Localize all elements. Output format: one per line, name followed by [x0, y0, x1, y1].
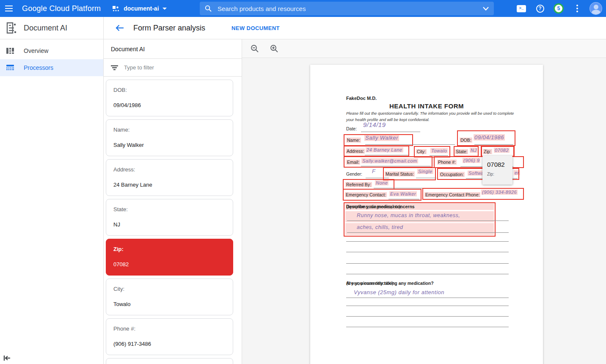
doc-instructions-2: your health profile and will be kept con…: [346, 117, 430, 122]
field-label: Phone #:: [113, 325, 226, 332]
avatar: [589, 2, 602, 15]
document-viewer: FakeDoc M.D. HEALTH INTAKE FORM Please f…: [242, 39, 606, 364]
document-ai-icon: [6, 22, 17, 34]
tooltip-value: 07082: [487, 161, 505, 168]
search-icon: [205, 5, 212, 12]
zoom-out-icon: [251, 44, 259, 53]
app-title-block: Document AI: [0, 17, 104, 39]
new-document-button[interactable]: NEW DOCUMENT: [231, 25, 280, 31]
processors-icon: [6, 64, 14, 72]
global-search[interactable]: [200, 2, 494, 15]
field-card-zip-selected[interactable]: Zip: 07082: [106, 239, 233, 276]
field-value: 07082: [113, 261, 226, 267]
overview-icon: [6, 47, 14, 55]
field-card-dob[interactable]: DOB: 09/04/1986: [106, 80, 233, 116]
extracted-fields-panel: Document AI DOB: 09/04/1986 Name: Sally …: [104, 39, 242, 364]
kebab-icon: [576, 5, 578, 12]
terminal-icon: >_: [517, 5, 526, 12]
search-chevron-down-icon[interactable]: [483, 7, 489, 11]
filter-bar: [104, 59, 242, 77]
filter-icon: [111, 65, 118, 70]
medical-concerns-handwriting-1: Runny nose, mucas in throat, weakness,: [357, 212, 460, 218]
field-label: Name:: [113, 127, 226, 133]
date-handwriting: 9/14/19: [363, 121, 386, 128]
field-label: City:: [113, 286, 226, 292]
marital-handwriting: Single: [417, 169, 433, 174]
field-label: Address:: [113, 166, 226, 173]
referred-label: Referred By:: [345, 182, 372, 187]
field-card-partial[interactable]: [106, 358, 233, 364]
emergency-phone-handwriting: (906) 334-8926: [481, 190, 518, 195]
occupation-handwriting-tail: er: [514, 170, 520, 175]
occupation-label: Occupation:: [439, 172, 465, 177]
doc-title: HEALTH INTAKE FORM: [378, 102, 475, 110]
sidebar: Overview Processors: [0, 39, 104, 364]
menu-icon[interactable]: [0, 0, 18, 17]
back-arrow-icon: [116, 25, 124, 31]
emergency-contact-handwriting: Eva Walker: [389, 191, 417, 196]
cloud-shell-button[interactable]: >_: [515, 2, 528, 15]
name-handwriting: Sally Walker: [364, 135, 399, 141]
phone-handwriting: (906) 9: [463, 158, 480, 163]
field-label: Zip:: [113, 246, 226, 252]
panel-title: Document AI: [104, 39, 242, 59]
zip-handwriting: 07082: [494, 148, 510, 153]
medication-label: Are you currently taking any medication?…: [346, 281, 394, 286]
collapse-sidebar-button[interactable]: [3, 355, 11, 361]
emergency-contact-label: Emergency Contact:: [345, 192, 387, 197]
marital-label: Marital Status:: [385, 171, 415, 176]
sidebar-item-processors[interactable]: Processors: [0, 59, 103, 76]
field-value: 24 Barney Lane: [113, 182, 226, 188]
search-input[interactable]: [218, 5, 483, 12]
zoom-in-button[interactable]: [268, 43, 280, 55]
dob-label: DOB:: [460, 138, 472, 143]
help-button[interactable]: ?: [533, 2, 547, 15]
field-card-address[interactable]: Address: 24 Barney Lane: [106, 159, 233, 196]
zip-label: Zip:: [483, 149, 492, 154]
field-value: Towalo: [113, 301, 226, 307]
field-value: NJ: [113, 221, 226, 228]
page-title: Form Parser analysis: [133, 24, 205, 33]
name-label: Name:: [346, 138, 361, 143]
gcp-logo[interactable]: Google Cloud Platform: [22, 4, 101, 13]
project-name: document-ai: [124, 5, 159, 12]
doc-instructions-1: Please fill out the questionnaire carefu…: [346, 111, 514, 116]
sidebar-item-overview[interactable]: Overview: [0, 42, 103, 59]
dob-handwriting: 09/04/1986: [474, 134, 505, 141]
project-selector[interactable]: document-ai: [113, 5, 166, 12]
chevron-down-icon: [163, 8, 167, 10]
zoom-in-icon: [270, 44, 278, 53]
field-card-state[interactable]: State: NJ: [106, 199, 233, 236]
field-value: (906) 917-3486: [113, 341, 226, 347]
more-options-button[interactable]: [570, 2, 584, 15]
field-card-name[interactable]: Name: Sally Walker: [106, 119, 233, 156]
back-button[interactable]: [116, 25, 124, 31]
date-label: Date:: [346, 126, 357, 131]
doc-clinic-name: FakeDoc M.D.: [346, 96, 377, 101]
document-page[interactable]: FakeDoc M.D. HEALTH INTAKE FORM Please f…: [310, 65, 543, 364]
collapse-left-icon: [3, 355, 11, 361]
viewer-toolbar: [242, 39, 606, 58]
zoom-out-button[interactable]: [249, 43, 261, 55]
state-label: State:: [455, 149, 468, 154]
field-card-city[interactable]: City: Towalo: [106, 279, 233, 315]
app-header: Document AI Form Parser analysis NEW DOC…: [0, 17, 606, 39]
field-card-phone[interactable]: Phone #: (906) 917-3486: [106, 318, 233, 355]
referred-handwriting: None: [375, 180, 388, 185]
gender-handwriting: F: [372, 168, 375, 174]
zip-tooltip: 07082 Zip:: [482, 156, 512, 185]
field-value: Sally Walker: [113, 142, 226, 148]
medication-handwriting: Vyvanse (25mg) daily for attention: [354, 289, 444, 295]
email-label: Email:: [346, 160, 360, 165]
state-handwriting: NJ: [470, 148, 477, 153]
notifications-button[interactable]: 5: [552, 2, 565, 15]
notification-count-badge: 5: [554, 3, 564, 14]
email-handwriting: Sally.walker@cmail.com: [361, 158, 418, 163]
filter-input[interactable]: [124, 64, 217, 71]
project-grid-icon: [113, 5, 120, 12]
sidebar-item-label: Overview: [24, 47, 48, 54]
field-card-list: DOB: 09/04/1986 Name: Sally Walker Addre…: [106, 80, 233, 364]
account-button[interactable]: [589, 2, 603, 15]
medical-concerns-handwriting-2: aches, chills, tired: [357, 224, 403, 230]
emergency-phone-label: Emergency Contact Phone:: [424, 192, 480, 197]
